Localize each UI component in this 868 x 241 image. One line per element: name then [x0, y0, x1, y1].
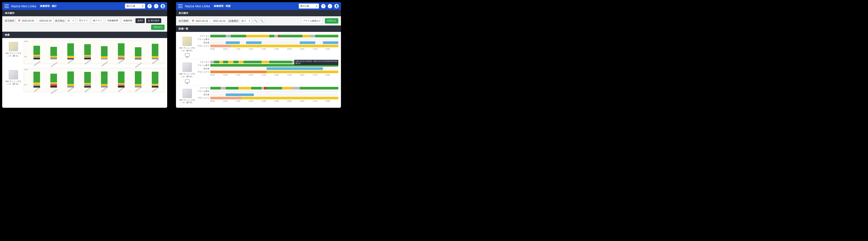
gantt-segment[interactable] — [239, 87, 251, 90]
gantt-segment[interactable] — [226, 41, 240, 44]
bar-segment-gray — [101, 58, 107, 59]
track-line: 担当者 — [197, 41, 338, 44]
gantt-segment[interactable] — [279, 35, 303, 37]
run-time-button[interactable]: 稼働時間 — [121, 18, 134, 23]
user-icon[interactable]: 👤 — [334, 4, 339, 8]
gantt-segment[interactable] — [210, 61, 214, 63]
gantt-segment[interactable] — [239, 61, 244, 63]
info-icon[interactable]: i — [154, 4, 158, 8]
gantt-segment[interactable] — [267, 67, 323, 70]
track-bar[interactable] — [210, 35, 338, 37]
track-bar[interactable] — [210, 38, 338, 41]
time-tick: 10:00 — [223, 74, 236, 76]
gantt-segment[interactable] — [267, 70, 338, 73]
track-bar[interactable] — [210, 90, 338, 93]
gantt-segment[interactable] — [231, 44, 338, 47]
monitor-icon[interactable] — [185, 80, 189, 83]
bar-chart-button[interactable]: 棒グラフ — [91, 18, 104, 23]
track-bar[interactable] — [210, 97, 338, 99]
gantt-segment[interactable] — [261, 87, 264, 90]
track-bar[interactable] — [210, 44, 338, 47]
gantt-segment[interactable] — [315, 35, 338, 37]
gantt-segment[interactable] — [292, 87, 300, 90]
track-bar[interactable] — [210, 70, 338, 73]
monitor-icon[interactable] — [185, 53, 189, 57]
bar-segment-green — [152, 44, 158, 56]
machine-name: 001 マシニングセンタ（東 01） — [179, 47, 196, 52]
track-bar[interactable] — [210, 87, 338, 90]
gantt-segment[interactable] — [269, 61, 292, 63]
gantt-segment[interactable] — [210, 97, 241, 99]
gantt-segment[interactable] — [282, 87, 292, 90]
help-icon[interactable]: ? — [147, 4, 152, 8]
zoom-in-button[interactable]: 🔍 — [253, 19, 258, 23]
stacked-bar — [118, 43, 124, 59]
gantt-segment[interactable] — [264, 87, 267, 90]
gantt-segment[interactable] — [269, 35, 274, 37]
alarm-log-button[interactable]: アラーム録画ログ — [301, 18, 323, 24]
show-conditions-button[interactable]: ⚙ 表示条件 — [146, 18, 161, 23]
factory-value: 第2工場 — [300, 4, 309, 8]
gantt-segment[interactable] — [226, 35, 231, 37]
menu-icon[interactable] — [4, 4, 9, 8]
gantt-segment[interactable] — [303, 35, 310, 37]
gantt-segment[interactable] — [267, 87, 282, 90]
gantt-segment[interactable] — [300, 87, 338, 90]
gantt-segment[interactable] — [323, 41, 338, 44]
gantt-segment[interactable] — [226, 93, 254, 96]
gantt-segment[interactable] — [251, 87, 261, 90]
track-bar[interactable] — [210, 67, 338, 70]
machine-info: 002 マシニングセンタ（東 02） — [5, 68, 22, 92]
gantt-segment[interactable] — [221, 87, 226, 90]
gantt-segment[interactable] — [210, 70, 267, 73]
gantt-segment[interactable] — [226, 87, 239, 90]
gantt-segment[interactable] — [241, 97, 338, 99]
condition-tag[interactable]: 条件5 — [135, 18, 145, 23]
factory-select[interactable]: 第2工場 ▼ — [299, 3, 319, 8]
date-range-input[interactable]: 2022-10-10 ～ 2022-10-10 — [190, 19, 227, 24]
track-bar[interactable]: 2022-10-10 14:50:00 - 2022-10-10 14:59:0… — [210, 61, 338, 63]
bar-segment-yellow — [152, 56, 158, 58]
gantt-segment[interactable] — [261, 61, 269, 63]
idle-time-button[interactable]: 非稼働時間 — [105, 18, 120, 23]
gantt-segment[interactable] — [246, 35, 269, 37]
gantt-segment[interactable] — [244, 61, 261, 63]
gantt-segment[interactable] — [310, 35, 315, 37]
bar-column: 2020/03/10 — [50, 74, 57, 88]
track-label: ステータス — [197, 87, 210, 90]
search-section-header: 検索 — [2, 32, 167, 38]
gantt-segment[interactable] — [234, 61, 239, 63]
csv-export-button[interactable]: CSV出力 — [151, 25, 164, 30]
pie-chart-button[interactable]: 円グラフ — [77, 18, 90, 23]
gantt-segment[interactable] — [228, 61, 233, 63]
gantt-segment[interactable] — [210, 87, 221, 90]
machine-info: 002 マシニングセンタ（東 02） — [179, 60, 196, 83]
track-bar[interactable] — [210, 41, 338, 44]
zoom-out-button[interactable]: 🔍 — [259, 19, 264, 23]
stacked-bar — [33, 46, 40, 59]
time-tick: 11:00 — [236, 100, 249, 102]
info-icon[interactable]: i — [328, 4, 332, 8]
gantt-segment[interactable] — [223, 61, 228, 63]
track-bar[interactable] — [210, 93, 338, 96]
factory-select[interactable]: 第2工場 ▼ — [125, 3, 145, 8]
gantt-segment[interactable] — [231, 35, 246, 37]
gantt-segment[interactable] — [210, 35, 226, 37]
gantt-segment[interactable] — [214, 61, 219, 63]
gantt-segment[interactable] — [210, 44, 231, 47]
menu-icon[interactable] — [178, 4, 183, 8]
csv-export-button[interactable]: CSV出力 — [325, 18, 338, 24]
unit-select[interactable]: 日 ▼ — [66, 18, 76, 23]
track-line: ステータス2022-10-10 14:50:00 - 2022-10-10 14… — [197, 60, 338, 64]
stacked-bar — [118, 71, 124, 88]
gantt-segment[interactable] — [246, 41, 261, 44]
gantt-segment[interactable] — [300, 41, 315, 44]
gantt-segment[interactable] — [274, 35, 278, 37]
user-icon[interactable]: 👤 — [161, 4, 165, 8]
gantt-segment[interactable] — [219, 61, 223, 63]
equip-select[interactable]: 全て ▼ — [240, 19, 252, 24]
help-icon[interactable]: ? — [321, 4, 326, 8]
bar-segment-black — [84, 58, 91, 59]
date-range-input[interactable]: 2020-03-05 ～ 2020-03-16 — [16, 18, 54, 23]
bar-column: 2020/03/14 — [118, 43, 124, 59]
